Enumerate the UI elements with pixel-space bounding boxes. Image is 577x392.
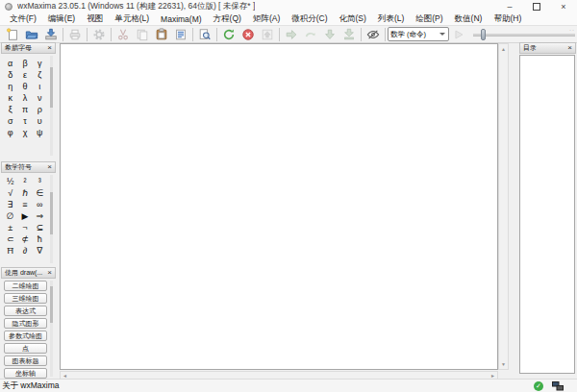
- math-symbol-button[interactable]: ∇: [33, 245, 47, 257]
- math-symbol-button[interactable]: ∞: [33, 199, 47, 210]
- math-symbol-button[interactable]: √: [3, 187, 17, 199]
- greek-letter-button[interactable]: γ: [33, 58, 47, 69]
- scroll-down-icon[interactable]: ▼: [499, 361, 508, 367]
- maximize-button[interactable]: [523, 0, 550, 13]
- math-symbol-button[interactable]: ħ: [33, 233, 47, 245]
- worksheet-canvas[interactable]: [60, 43, 498, 370]
- menu-help[interactable]: 帮助(H): [488, 13, 527, 25]
- greek-letter-button[interactable]: ψ: [33, 127, 47, 138]
- open-button[interactable]: [22, 27, 41, 42]
- math-symbol-button[interactable]: ∈: [33, 187, 47, 199]
- save-button[interactable]: [41, 27, 61, 42]
- greek-letter-button[interactable]: ζ: [33, 69, 47, 81]
- math-symbol-button[interactable]: ▶: [17, 210, 32, 222]
- math-symbol-button[interactable]: ∂: [17, 245, 32, 257]
- new-document-button[interactable]: [3, 27, 22, 42]
- cell-style-dropdown[interactable]: 数学 (命令): [388, 27, 449, 41]
- menu-file[interactable]: 文件(F): [4, 13, 42, 25]
- draw-parametric-button[interactable]: 参数式绘图: [4, 331, 47, 341]
- greek-letter-button[interactable]: φ: [3, 127, 17, 138]
- greek-letter-button[interactable]: κ: [3, 92, 17, 104]
- math-symbol-button[interactable]: ∃: [3, 199, 17, 210]
- math-symbol-button[interactable]: ¬: [17, 222, 32, 233]
- symbols-panel-scrollbar[interactable]: [50, 175, 53, 263]
- scroll-left-icon[interactable]: ◄: [63, 372, 67, 379]
- toc-list[interactable]: [519, 55, 575, 374]
- symbols-scrollbar-thumb[interactable]: [50, 192, 53, 234]
- greek-letter-button[interactable]: θ: [17, 81, 32, 92]
- paste-button[interactable]: [152, 27, 171, 42]
- menu-list[interactable]: 列表(L): [372, 13, 410, 25]
- greek-letter-button[interactable]: β: [17, 58, 32, 69]
- menu-matrix[interactable]: 矩阵(A): [247, 13, 286, 25]
- interrupt-button[interactable]: [238, 27, 258, 42]
- toc-panel-close-icon[interactable]: ×: [567, 44, 572, 52]
- greek-panel-header[interactable]: 希腊字母 ×: [1, 42, 56, 54]
- draw-panel-scrollbar[interactable]: [50, 281, 53, 377]
- greek-panel-close-icon[interactable]: ×: [47, 44, 52, 52]
- find-button[interactable]: [195, 27, 214, 42]
- cut-button[interactable]: [113, 27, 133, 42]
- minimize-button[interactable]: –: [496, 0, 523, 13]
- draw-panel-header[interactable]: 使用 draw(... ×: [1, 267, 56, 279]
- math-symbol-button[interactable]: ∅: [3, 210, 17, 222]
- draw-points-button[interactable]: 点: [4, 343, 47, 354]
- draw-expression-button[interactable]: 表达式: [4, 306, 47, 316]
- greek-panel-scrollbar[interactable]: [50, 56, 53, 156]
- menu-simplify[interactable]: 化简(S): [334, 13, 372, 25]
- select-all-button[interactable]: [171, 27, 190, 42]
- greek-letter-button[interactable]: ξ: [3, 104, 17, 115]
- animation-speed-slider[interactable]: [473, 29, 575, 40]
- greek-letter-button[interactable]: ρ: [33, 104, 47, 115]
- evaluate-rest-button[interactable]: [301, 27, 320, 42]
- menu-calculus[interactable]: 微积分(C): [286, 13, 333, 25]
- greek-letter-button[interactable]: λ: [17, 92, 32, 104]
- draw-plot2d-button[interactable]: 二维绘图: [4, 281, 47, 291]
- draw-chart-title-button[interactable]: 图表标题: [4, 355, 47, 366]
- greek-letter-button[interactable]: τ: [17, 115, 32, 127]
- greek-letter-button[interactable]: χ: [17, 127, 32, 138]
- math-symbol-button[interactable]: ⇒: [33, 210, 47, 222]
- greek-letter-button[interactable]: δ: [3, 69, 17, 81]
- slider-handle[interactable]: [481, 29, 486, 40]
- jump-to-error-button[interactable]: [258, 27, 277, 42]
- greek-letter-button[interactable]: α: [3, 58, 17, 69]
- greek-letter-button[interactable]: ι: [33, 81, 47, 92]
- menu-equations[interactable]: 方程(Q): [208, 13, 247, 25]
- preferences-button[interactable]: [89, 27, 109, 42]
- scroll-up-icon[interactable]: ▲: [499, 46, 508, 52]
- math-symbol-button[interactable]: ⊄: [17, 233, 32, 245]
- greek-scrollbar-thumb[interactable]: [50, 67, 53, 108]
- greek-letter-button[interactable]: η: [3, 81, 17, 92]
- greek-letter-button[interactable]: π: [17, 104, 32, 115]
- toolbar-overflow-icon[interactable]: ··: [569, 27, 575, 33]
- evaluate-all-button[interactable]: [339, 27, 359, 42]
- math-symbol-button[interactable]: Ħ: [3, 245, 17, 257]
- draw-axis-button[interactable]: 坐标轴: [4, 368, 47, 379]
- worksheet-vertical-scrollbar[interactable]: ▲ ▼: [498, 43, 509, 370]
- greek-letter-button[interactable]: ν: [33, 92, 47, 104]
- evaluate-cell-button[interactable]: [282, 27, 301, 42]
- menu-numeric[interactable]: 数值(N): [449, 13, 489, 25]
- math-symbol-button[interactable]: ±: [3, 222, 17, 233]
- hide-code-button[interactable]: [364, 27, 383, 42]
- math-symbol-button[interactable]: ⊂: [3, 233, 17, 245]
- play-animation-button[interactable]: [449, 27, 468, 42]
- restart-maxima-button[interactable]: [219, 27, 238, 42]
- math-symbol-button[interactable]: ½: [3, 176, 17, 187]
- menu-plot[interactable]: 绘图(P): [410, 13, 448, 25]
- scroll-right-icon[interactable]: ►: [490, 372, 495, 379]
- math-symbol-button[interactable]: ≡: [17, 199, 32, 210]
- symbols-panel-close-icon[interactable]: ×: [47, 163, 52, 171]
- close-button[interactable]: ×: [550, 0, 577, 13]
- menu-maxima[interactable]: Maxima(M): [155, 14, 208, 24]
- draw-implicit-button[interactable]: 隐式图形: [4, 318, 47, 329]
- evaluate-down-button[interactable]: [320, 27, 339, 42]
- menu-edit[interactable]: 编辑(E): [42, 13, 81, 25]
- menu-view[interactable]: 视图: [81, 13, 109, 25]
- math-symbol-button[interactable]: ²: [17, 176, 32, 187]
- greek-letter-button[interactable]: υ: [33, 115, 47, 127]
- symbols-panel-header[interactable]: 数学符号 ×: [1, 161, 56, 173]
- toc-panel-header[interactable]: 目录 ×: [519, 42, 576, 54]
- menu-cell[interactable]: 单元格(L): [109, 13, 155, 25]
